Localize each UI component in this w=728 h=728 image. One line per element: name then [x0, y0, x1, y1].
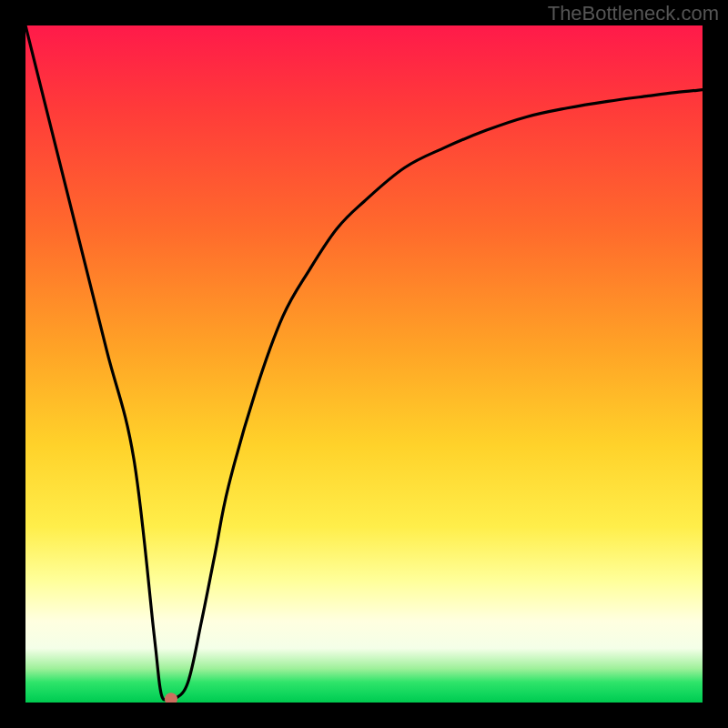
bottleneck-curve [25, 25, 703, 701]
watermark-text: TheBottleneck.com [548, 2, 719, 25]
chart-frame: TheBottleneck.com [0, 0, 728, 728]
curve-svg [25, 25, 703, 703]
plot-area [25, 25, 703, 703]
minimum-marker [165, 693, 177, 703]
